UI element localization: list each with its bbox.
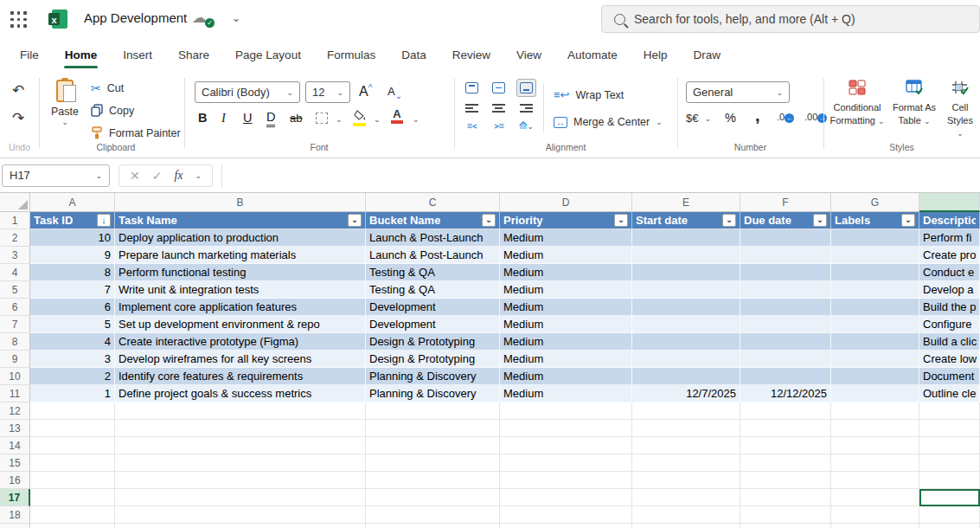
cell-E1[interactable]: Start date⌄ [632,212,740,229]
cell-D7[interactable]: Medium [500,316,632,333]
filter-button-F[interactable]: ⌄ [813,214,827,227]
undo-button[interactable]: ↶ [12,83,24,98]
cell-D10[interactable]: Medium [500,368,632,385]
cell-A11[interactable]: 1 [30,385,115,402]
cell-A5[interactable]: 7 [30,281,115,299]
cell-D3[interactable]: Medium [500,247,632,264]
cell-D19[interactable] [500,524,632,528]
cell-C7[interactable]: Development [366,316,500,333]
cell-D6[interactable]: Medium [500,299,632,316]
borders-chevron-icon[interactable]: ⌄ [336,115,343,124]
cell-G12[interactable] [831,402,919,420]
cell-F1[interactable]: Due date⌄ [740,212,831,229]
col-header-D[interactable]: D [500,193,632,212]
cell-F8[interactable] [740,333,831,351]
name-box[interactable]: H17 ⌄ [2,164,110,187]
align-left-icon[interactable] [465,104,478,113]
cell-F5[interactable] [740,281,831,299]
row-header-19[interactable]: 19 [0,524,30,528]
cell-G6[interactable] [831,299,919,316]
cell-E8[interactable] [632,333,740,351]
fx-chevron-icon[interactable]: ⌄ [195,171,202,180]
cell-D11[interactable]: Medium [500,385,632,402]
row-header-2[interactable]: 2 [0,229,30,247]
cell-B19[interactable] [115,524,366,528]
filter-button-D[interactable]: ⌄ [614,214,628,227]
cell-A7[interactable]: 5 [30,316,115,333]
cell-E10[interactable] [632,368,740,385]
copy-button[interactable]: Copy [91,104,134,117]
cell-G2[interactable] [831,229,919,247]
cell-C14[interactable] [366,437,500,454]
search-input[interactable]: Search for tools, help, and more (Alt + … [601,5,980,33]
cell-F4[interactable] [740,264,831,281]
decrease-decimal-button[interactable]: .0← [777,112,794,123]
cell-H14[interactable] [919,437,980,454]
tab-formulas[interactable]: Formulas [316,43,387,67]
cell-G5[interactable] [831,281,919,299]
format-as-table-button[interactable]: Format As Table ⌄ [889,80,939,126]
cell-A10[interactable]: 2 [30,368,115,385]
cell-D12[interactable] [500,402,632,420]
row-header-12[interactable]: 12 [0,402,30,420]
title-chevron-icon[interactable]: ⌄ [232,12,240,24]
cell-B7[interactable]: Set up development environment & repo [115,316,366,333]
cell-E4[interactable] [632,264,740,281]
cell-A6[interactable]: 6 [30,299,115,316]
tab-home[interactable]: Home [54,43,109,67]
cell-H19[interactable] [919,524,980,528]
cell-A18[interactable] [30,506,115,524]
cell-B5[interactable]: Write unit & integration tests [115,281,366,299]
cell-A2[interactable]: 10 [30,229,115,247]
cell-A8[interactable]: 4 [30,333,115,351]
italic-button[interactable]: I [221,111,226,126]
cell-E3[interactable] [632,247,740,264]
bold-button[interactable]: B [198,111,207,125]
cell-F15[interactable] [740,454,831,472]
cell-A16[interactable] [30,472,115,489]
cell-C18[interactable] [366,506,500,524]
number-format-select[interactable]: General⌄ [686,81,790,103]
tab-share[interactable]: Share [167,43,221,67]
redo-button[interactable]: ↷ [12,111,24,126]
decrease-indent-icon[interactable]: ≡< [467,120,477,131]
cell-F10[interactable] [740,368,831,385]
cut-button[interactable]: ✂ Cut [91,81,124,95]
cell-A19[interactable] [30,524,115,528]
col-header-G[interactable]: G [831,193,919,212]
align-top-icon[interactable] [465,82,478,93]
cell-D9[interactable]: Medium [500,351,632,368]
cell-D8[interactable]: Medium [500,333,632,351]
accounting-format-button[interactable]: $€⌄ [686,112,711,125]
cell-B6[interactable]: Implement core application features [115,299,366,316]
enter-icon[interactable]: ✓ [152,169,163,183]
col-header-E[interactable]: E [632,193,740,212]
cell-C9[interactable]: Design & Prototyping [366,351,500,368]
cell-A14[interactable] [30,437,115,454]
cell-B14[interactable] [115,437,366,454]
cell-B17[interactable] [115,489,366,506]
row-header-17[interactable]: 17 [0,489,30,506]
cell-H5[interactable]: Develop a [919,281,980,299]
cell-C12[interactable] [366,402,500,420]
percent-style-button[interactable]: % [725,111,736,125]
cell-B12[interactable] [115,402,366,420]
cell-A9[interactable]: 3 [30,351,115,368]
cell-H13[interactable] [919,420,980,437]
col-header-H[interactable] [919,193,980,212]
cell-D5[interactable]: Medium [500,281,632,299]
row-header-16[interactable]: 16 [0,472,30,489]
cell-H12[interactable] [919,402,980,420]
cell-B8[interactable]: Create interactive prototype (Figma) [115,333,366,351]
cell-E13[interactable] [632,420,740,437]
cell-F3[interactable] [740,247,831,264]
cell-D13[interactable] [500,420,632,437]
cell-B16[interactable] [115,472,366,489]
cell-C11[interactable]: Planning & Discovery [366,385,500,402]
cell-A15[interactable] [30,454,115,472]
select-all-corner[interactable] [0,193,30,212]
cell-H11[interactable]: Outline cle [919,385,980,402]
cell-H15[interactable] [919,454,980,472]
cell-G19[interactable] [831,524,919,528]
cell-E2[interactable] [632,229,740,247]
